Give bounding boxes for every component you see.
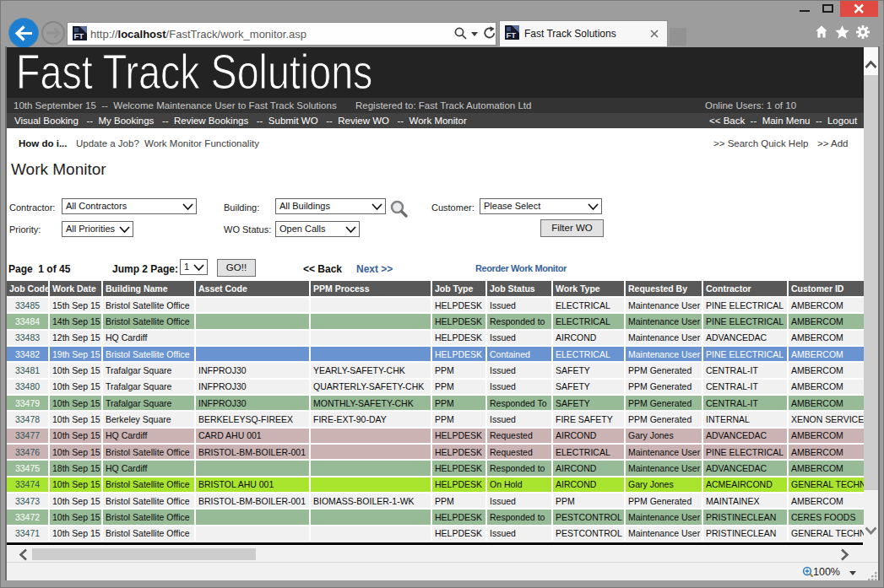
- svg-text:FT: FT: [507, 30, 517, 40]
- svg-text:FT: FT: [74, 31, 84, 40]
